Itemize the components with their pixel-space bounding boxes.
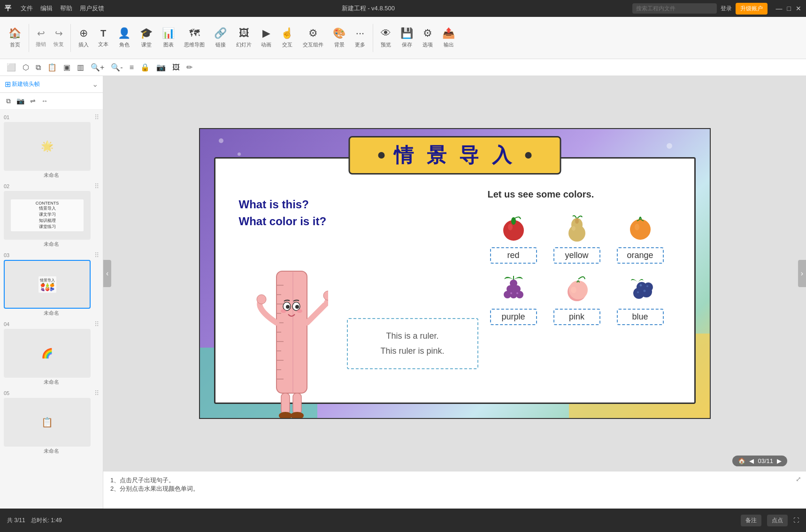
svg-point-15 bbox=[286, 305, 290, 309]
slide-number-05: 05 ⠿ bbox=[4, 389, 99, 397]
fruit-item-apple[interactable]: red bbox=[488, 209, 539, 264]
more-button[interactable]: ··· 更多 bbox=[351, 24, 369, 51]
fruit-item-peach[interactable]: pink bbox=[551, 271, 603, 325]
menu-edit[interactable]: 编辑 bbox=[40, 4, 53, 13]
slide-item-02[interactable]: 02 ⠿ CONTENTS情景导入课文学习知识梳理课堂练习 未命名 bbox=[4, 182, 99, 248]
slide-number-03: 03 ⠿ bbox=[4, 251, 99, 259]
class-button[interactable]: 🎓 课堂 bbox=[136, 24, 156, 51]
layer2-icon[interactable]: ▥ bbox=[75, 61, 86, 74]
new-frame-button[interactable]: ⊞ 新建镜头帧 bbox=[5, 80, 40, 89]
fruit-item-pear[interactable]: yellow bbox=[551, 209, 603, 264]
screenshot-tool[interactable]: 📷 bbox=[15, 96, 26, 106]
mirror-tool[interactable]: ↔ bbox=[40, 96, 49, 106]
zoom-in-icon[interactable]: 🔍+ bbox=[89, 61, 106, 74]
mindmap-button[interactable]: 🗺 思维导图 bbox=[180, 24, 208, 51]
maximize-button[interactable]: □ bbox=[787, 5, 791, 12]
menu-help[interactable]: 帮助 bbox=[60, 4, 72, 13]
slide-thumbnail-03[interactable]: 情景导入🍎🍐🍊🍇🍑🫐 bbox=[4, 260, 91, 309]
svg-point-20 bbox=[323, 291, 328, 300]
layer-icon[interactable]: ▣ bbox=[61, 61, 72, 74]
fruit-item-grapes[interactable]: purple bbox=[488, 271, 539, 325]
drag-handle-03[interactable]: ⠿ bbox=[94, 251, 99, 259]
prev-icon-badge[interactable]: ◀ bbox=[749, 457, 754, 464]
fruit-item-blueberry[interactable]: blue bbox=[614, 271, 666, 325]
redo-button[interactable]: ↪ 恢复 bbox=[51, 26, 67, 50]
shape-icon[interactable]: ⬡ bbox=[21, 61, 31, 74]
svg-point-35 bbox=[635, 224, 639, 230]
expand-notes-button[interactable]: ⤢ bbox=[796, 475, 801, 483]
background-button[interactable]: 🎨 背景 bbox=[329, 24, 349, 51]
notes-area: 1、点击尺子出现句子。 2、分别点击水果出现颜色单词。 ⤢ bbox=[103, 471, 806, 509]
search-input[interactable] bbox=[632, 3, 717, 14]
align-icon[interactable]: ≡ bbox=[128, 61, 136, 74]
undo-label: 撤销 bbox=[36, 41, 46, 48]
drag-handle-02[interactable]: ⠿ bbox=[94, 182, 99, 190]
fruits-grid-1: red bbox=[488, 209, 690, 325]
slideshow-label: 幻灯片 bbox=[236, 41, 252, 48]
login-button[interactable]: 登录 bbox=[721, 5, 732, 13]
svg-point-54 bbox=[643, 289, 645, 292]
home-button[interactable]: 🏠 首页 bbox=[5, 24, 25, 51]
save-button[interactable]: 💾 保存 bbox=[397, 24, 417, 51]
camera-icon[interactable]: 📷 bbox=[154, 61, 168, 74]
interact-group-button[interactable]: ⚙ 交互组件 bbox=[299, 24, 327, 51]
question-line2: What color is it? bbox=[239, 213, 327, 230]
slide-item-05[interactable]: 05 ⠿ 📋 未命名 bbox=[4, 389, 99, 455]
menu-feedback[interactable]: 用户反馈 bbox=[80, 4, 104, 13]
drag-handle-04[interactable]: ⠿ bbox=[94, 320, 99, 328]
insert-button[interactable]: ⊕ 插入 bbox=[75, 24, 92, 51]
point-button[interactable]: 点点 bbox=[767, 515, 788, 526]
slide-nav-right[interactable]: › bbox=[798, 260, 806, 287]
slide-thumbnail-02[interactable]: CONTENTS情景导入课文学习知识梳理课堂练习 bbox=[4, 191, 91, 240]
link-button[interactable]: 🔗 链接 bbox=[210, 24, 230, 51]
slide-thumbnail-01[interactable]: 🌟 bbox=[4, 122, 91, 171]
fullscreen-icon[interactable]: ⛶ bbox=[793, 517, 799, 524]
collapse-panel-button[interactable]: ⌄ bbox=[92, 80, 98, 89]
svg-point-16 bbox=[295, 305, 299, 309]
note-button[interactable]: 备注 bbox=[741, 515, 761, 526]
drag-handle-05[interactable]: ⠿ bbox=[94, 389, 99, 397]
role-button[interactable]: 👤 角色 bbox=[114, 24, 134, 51]
interact-button[interactable]: ☝ 交互 bbox=[277, 24, 297, 51]
left-panel: ⊞ 新建镜头帧 ⌄ ⧉ 📷 ⇌ ↔ 01 ⠿ 🌟 未命名 bbox=[0, 76, 103, 509]
slide-item-04[interactable]: 04 ⠿ 🌈 未命名 bbox=[4, 320, 99, 386]
svg-point-31 bbox=[572, 226, 576, 231]
options-button[interactable]: ⚙ 选项 bbox=[419, 24, 437, 51]
interact-group-label: 交互组件 bbox=[303, 41, 323, 48]
slide-thumbnail-05[interactable]: 📋 bbox=[4, 398, 91, 447]
compare-tool[interactable]: ⇌ bbox=[29, 96, 37, 106]
ruler-character[interactable] bbox=[253, 262, 328, 419]
lock-icon[interactable]: 🔒 bbox=[138, 61, 152, 74]
menu-file[interactable]: 文件 bbox=[21, 4, 33, 13]
undo-button[interactable]: ↩ 撤销 bbox=[33, 26, 49, 50]
select-icon[interactable]: ⬜ bbox=[5, 61, 18, 74]
slide-thumbnail-04[interactable]: 🌈 bbox=[4, 329, 91, 378]
chart-button[interactable]: 📊 图表 bbox=[158, 24, 178, 51]
animation-button[interactable]: ▶ 动画 bbox=[257, 24, 275, 51]
secondary-toolbar: ⬜ ⬡ ⧉ 📋 ▣ ▥ 🔍+ 🔍- ≡ 🔒 📷 🖼 ✏ bbox=[0, 59, 806, 76]
edit-icon[interactable]: ✏ bbox=[184, 61, 194, 74]
paste-icon[interactable]: 📋 bbox=[46, 61, 59, 74]
minimize-button[interactable]: — bbox=[776, 5, 783, 12]
home-icon-badge: 🏠 bbox=[738, 457, 745, 464]
text-button[interactable]: T 文本 bbox=[94, 25, 112, 51]
insert-label: 插入 bbox=[78, 41, 89, 48]
slideshow-button[interactable]: 🖼 幻灯片 bbox=[232, 24, 255, 51]
image-icon[interactable]: 🖼 bbox=[170, 61, 182, 74]
close-button[interactable]: ✕ bbox=[796, 5, 801, 12]
svg-rect-21 bbox=[281, 393, 290, 414]
slide-nav-left[interactable]: ‹ bbox=[103, 260, 111, 287]
pear-label: yellow bbox=[553, 247, 600, 264]
preview-button[interactable]: 👁 预览 bbox=[377, 24, 395, 51]
copy-icon[interactable]: ⧉ bbox=[34, 61, 43, 74]
export-button[interactable]: 📤 输出 bbox=[438, 24, 459, 51]
sentence-box[interactable]: This is a ruler. This ruler is pink. bbox=[347, 318, 478, 369]
slide-item-03[interactable]: 03 ⠿ 情景导入🍎🍐🍊🍇🍑🫐 未命名 bbox=[4, 251, 99, 317]
drag-handle-01[interactable]: ⠿ bbox=[94, 114, 99, 121]
upgrade-button[interactable]: 升级账户 bbox=[736, 3, 768, 15]
slide-item-01[interactable]: 01 ⠿ 🌟 未命名 bbox=[4, 114, 99, 179]
next-icon-badge[interactable]: ▶ bbox=[777, 457, 782, 464]
fruit-item-orange[interactable]: orange bbox=[614, 209, 666, 264]
zoom-out-icon[interactable]: 🔍- bbox=[109, 61, 124, 74]
copy-frame-tool[interactable]: ⧉ bbox=[5, 96, 12, 106]
